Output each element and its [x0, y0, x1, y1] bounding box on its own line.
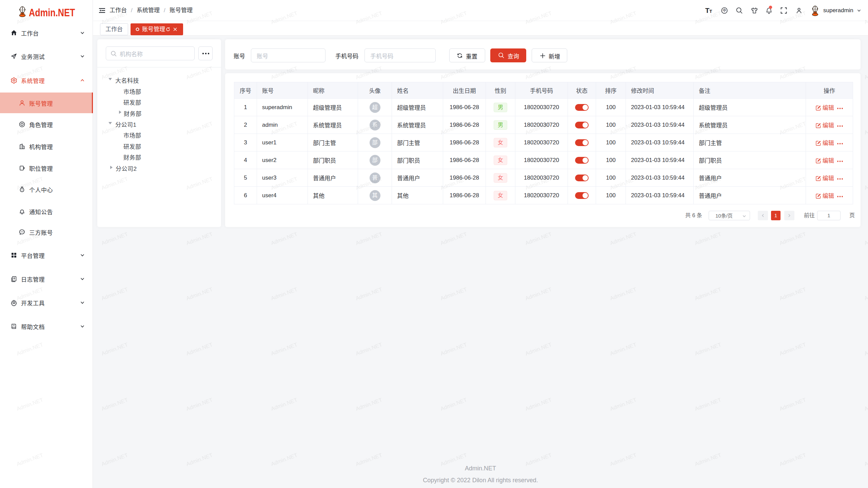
- svg-text:中: 中: [723, 8, 726, 12]
